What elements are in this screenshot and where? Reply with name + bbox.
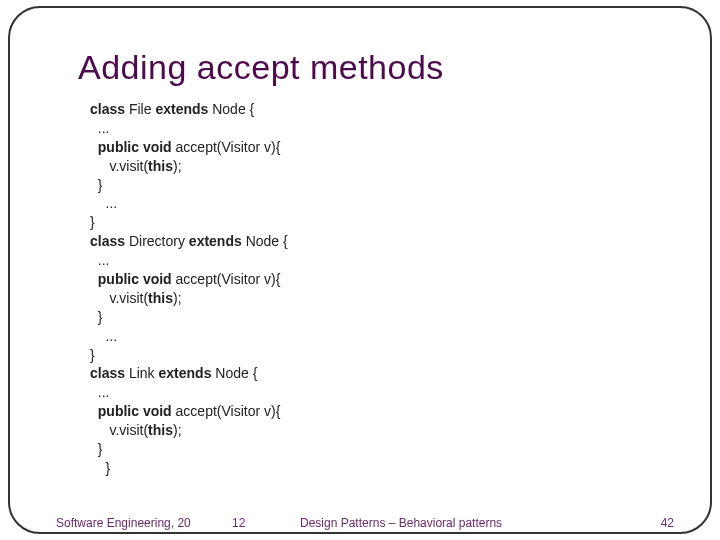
t: v.visit( — [90, 290, 148, 306]
t: accept(Visitor v){ — [172, 271, 281, 287]
t: v.visit( — [90, 158, 148, 174]
kw: extends — [155, 101, 208, 117]
t: } — [90, 460, 110, 476]
t: ); — [173, 290, 182, 306]
t: v.visit( — [90, 422, 148, 438]
kw: this — [148, 158, 173, 174]
t: ... — [90, 252, 109, 268]
kw: class — [90, 101, 125, 117]
t: ... — [90, 120, 109, 136]
t: Directory — [125, 233, 189, 249]
t: accept(Visitor v){ — [172, 139, 281, 155]
slide: Adding accept methods class File extends… — [0, 0, 720, 540]
kw: class — [90, 365, 125, 381]
t: } — [90, 309, 102, 325]
footer-num: 12 — [232, 516, 245, 530]
t: ); — [173, 158, 182, 174]
t: } — [90, 441, 102, 457]
kw: extends — [189, 233, 242, 249]
t: ... — [90, 384, 109, 400]
t: File — [125, 101, 155, 117]
t: ); — [173, 422, 182, 438]
t: ... — [90, 195, 117, 211]
t: accept(Visitor v){ — [172, 403, 281, 419]
code-block: class File extends Node { ... public voi… — [90, 100, 610, 478]
kw: public void — [90, 139, 172, 155]
footer-subtitle: Design Patterns – Behavioral patterns — [300, 516, 502, 530]
slide-title: Adding accept methods — [78, 48, 444, 87]
kw: this — [148, 290, 173, 306]
kw: public void — [90, 403, 172, 419]
t: Link — [125, 365, 158, 381]
t: } — [90, 177, 102, 193]
t: } — [90, 214, 95, 230]
kw: public void — [90, 271, 172, 287]
t: ... — [90, 328, 117, 344]
kw: class — [90, 233, 125, 249]
t: Node { — [211, 365, 257, 381]
footer-course: Software Engineering, 20 — [56, 516, 191, 530]
t: Node { — [242, 233, 288, 249]
t: Node { — [208, 101, 254, 117]
kw: extends — [159, 365, 212, 381]
kw: this — [148, 422, 173, 438]
t: } — [90, 347, 95, 363]
footer-slide-num: 42 — [661, 516, 674, 530]
